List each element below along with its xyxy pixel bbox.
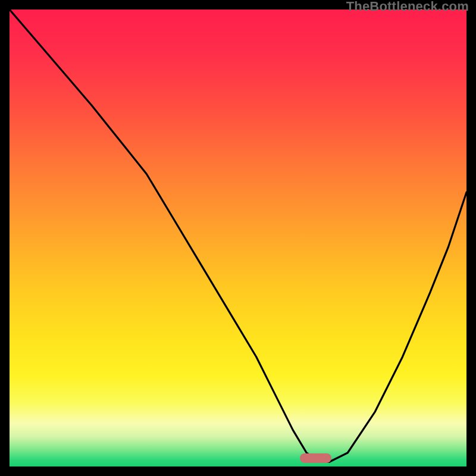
watermark-text: TheBottleneck.com [346, 0, 469, 14]
bottleneck-curve [10, 10, 466, 466]
plot-area [10, 10, 466, 466]
optimal-marker [300, 453, 332, 463]
